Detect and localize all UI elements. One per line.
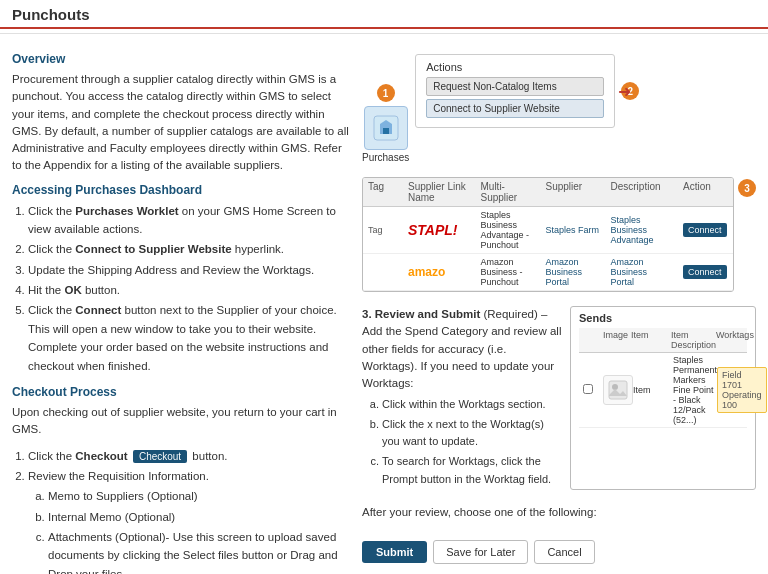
amazon-connect-button[interactable]: Connect <box>683 265 727 279</box>
row1-supplier: Staples Farm <box>541 222 606 238</box>
request-non-catalog-btn[interactable]: Request Non-Catalog Items <box>426 77 604 96</box>
left-column: Overview Procurement through a supplier … <box>12 52 352 574</box>
supplier-table-header: Tag Supplier Link Name Multi-Supplier Su… <box>363 178 733 207</box>
review-sub-c: To search for Worktags, click the Prompt… <box>382 453 562 488</box>
sends-item-number: Item <box>633 385 673 395</box>
badge-1: 1 <box>377 84 395 102</box>
checkout-sub-b: Internal Memo (Optional) <box>48 508 352 526</box>
review-body: (Required) – Add the Spend Category and … <box>362 308 561 389</box>
checkout-step1-bold: Checkout <box>75 450 127 462</box>
sends-row-checkbox[interactable] <box>583 384 593 394</box>
sends-checkbox <box>583 384 603 396</box>
sends-table-header: Image Item Item Description Worktags <box>579 328 747 353</box>
connect-supplier-btn[interactable]: Connect to Supplier Website <box>426 99 604 118</box>
col-header-multi: Multi-Supplier <box>476 178 541 206</box>
checkout-sub-c: Attachments (Optional)- Use this screen … <box>48 528 352 574</box>
accessing-step-5: Click the Connect button next to the Sup… <box>28 301 352 375</box>
accessing-heading: Accessing Purchases Dashboard <box>12 183 352 197</box>
sends-row: Item Staples Permanent Markers Fine Poin… <box>579 353 747 428</box>
page-title: Punchouts <box>12 6 756 23</box>
checkout-steps-list: Click the Checkout Checkout button. Revi… <box>28 447 352 574</box>
actions-panel-title: Actions <box>426 61 604 73</box>
actions-panel: Actions Request Non-Catalog Items Connec… <box>415 54 615 128</box>
purchases-label: Purchases <box>362 152 409 163</box>
accessing-step-3: Update the Shipping Address and Review t… <box>28 261 352 279</box>
step2-bold: Connect to Supplier Website <box>75 243 231 255</box>
row1-name: STAPL! <box>403 219 476 241</box>
staples-connect-button[interactable]: Connect <box>683 223 727 237</box>
review-sub-list: Click within the Worktags section. Click… <box>382 396 562 488</box>
checkout-sub-list: Memo to Suppliers (Optional) Internal Me… <box>48 487 352 574</box>
accessing-step-2: Click the Connect to Supplier Website hy… <box>28 240 352 258</box>
page-header: Punchouts <box>0 0 768 29</box>
checkout-button[interactable]: Checkout <box>133 450 187 463</box>
arrow-indicator: ➜ <box>618 82 631 101</box>
checkout-sub-a: Memo to Suppliers (Optional) <box>48 487 352 505</box>
amazon-logo: amazo <box>408 265 445 279</box>
checkout-heading: Checkout Process <box>12 385 352 399</box>
accessing-step-1: Click the Purchases Worklet on your GMS … <box>28 202 352 239</box>
overview-heading: Overview <box>12 52 352 66</box>
after-review-text: After your review, choose one of the fol… <box>362 506 756 518</box>
submit-button[interactable]: Submit <box>362 541 427 563</box>
row2-desc: Amazon Business Portal <box>606 254 679 290</box>
overview-body: Procurement through a supplier catalog d… <box>12 71 352 175</box>
row2-multi: Amazon Business - Punchout <box>476 254 541 290</box>
sends-panel-title: Sends <box>579 312 747 324</box>
table-row: Tag STAPL! Staples Business Advantage - … <box>363 207 733 254</box>
purchases-worklet-icon <box>364 106 408 150</box>
sends-item-desc: Staples Permanent Markers Fine Point - B… <box>673 355 717 425</box>
step5-bold: Connect <box>75 304 121 316</box>
supplier-table: Tag Supplier Link Name Multi-Supplier Su… <box>362 177 734 292</box>
sends-worktag-field[interactable]: Field 1701 Operating 100 <box>717 367 767 413</box>
sends-worktag-cell: Field 1701 Operating 100 <box>717 367 767 413</box>
sends-image-cell <box>603 375 633 405</box>
row2-name: amazo <box>403 262 476 282</box>
row1-action: Connect <box>678 220 733 240</box>
table-row: amazo Amazon Business - Punchout Amazon … <box>363 254 733 291</box>
col-header-action: Action <box>678 178 733 206</box>
row2-supplier: Amazon Business Portal <box>541 254 606 290</box>
svg-rect-1 <box>383 128 389 134</box>
checkout-step-2: Review the Requisition Information. Memo… <box>28 467 352 574</box>
accessing-step-4: Hit the OK button. <box>28 281 352 299</box>
badge-3: 3 <box>738 179 756 197</box>
step4-bold: OK <box>64 284 81 296</box>
review-text-col: 3. Review and Submit (Required) – Add th… <box>362 306 562 490</box>
row1-tag: Tag <box>363 222 403 238</box>
svg-rect-2 <box>609 381 627 399</box>
row2-action: Connect <box>678 262 733 282</box>
review-bold-label: Review and Submit <box>375 308 480 320</box>
col-header-name: Supplier Link Name <box>403 178 476 206</box>
review-section: 3. Review and Submit (Required) – Add th… <box>362 306 756 490</box>
step1-bold: Purchases Worklet <box>75 205 178 217</box>
review-step-number: 3. <box>362 308 375 320</box>
save-for-later-button[interactable]: Save for Later <box>433 540 528 564</box>
row1-multi: Staples Business Advantage - Punchout <box>476 207 541 253</box>
col-header-desc: Description <box>606 178 679 206</box>
col-header-supplier: Supplier <box>541 178 606 206</box>
cancel-button[interactable]: Cancel <box>534 540 594 564</box>
review-sub-b: Click the x next to the Worktag(s) you w… <box>382 416 562 451</box>
accessing-steps-list: Click the Purchases Worklet on your GMS … <box>28 202 352 376</box>
right-column: 1 Purchases Actions Request Non-Catalog … <box>362 52 756 574</box>
checkout-step-1: Click the Checkout Checkout button. <box>28 447 352 465</box>
sends-item-image <box>603 375 633 405</box>
row2-tag <box>363 269 403 275</box>
staples-logo: STAPL! <box>408 222 458 238</box>
col-header-tag: Tag <box>363 178 403 206</box>
sends-panel: Sends Image Item Item Description Workta… <box>570 306 756 490</box>
checkout-intro: Upon checking out of supplier website, y… <box>12 404 352 439</box>
row1-desc: Staples Business Advantage <box>606 212 679 248</box>
submit-area: Submit Save for Later Cancel <box>362 540 756 564</box>
review-sub-a: Click within the Worktags section. <box>382 396 562 414</box>
